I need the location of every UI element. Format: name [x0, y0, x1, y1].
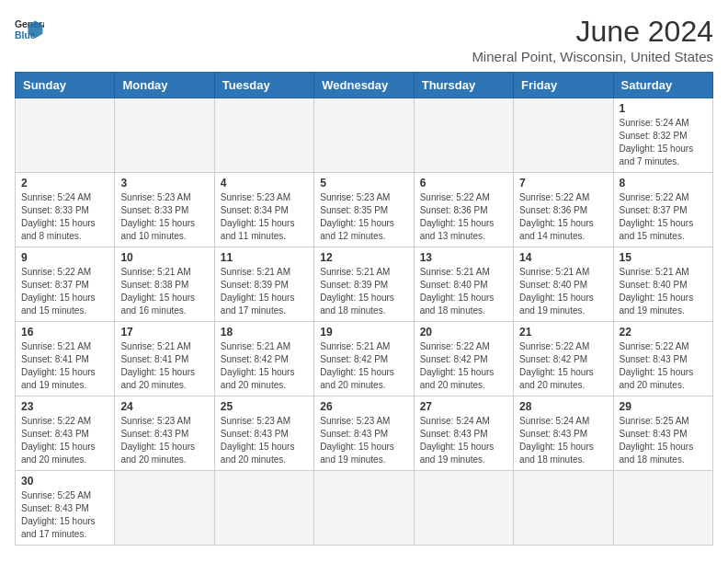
day-number: 8 [620, 177, 707, 190]
calendar-cell-4-5: 28Sunrise: 5:24 AM Sunset: 8:43 PM Dayli… [514, 396, 613, 471]
day-info: Sunrise: 5:23 AM Sunset: 8:33 PM Dayligh… [120, 191, 208, 243]
day-info: Sunrise: 5:21 AM Sunset: 8:42 PM Dayligh… [320, 340, 407, 392]
day-number: 13 [420, 251, 507, 264]
day-info: Sunrise: 5:24 AM Sunset: 8:43 PM Dayligh… [519, 415, 607, 466]
day-number: 27 [420, 400, 507, 413]
calendar-cell-1-6: 8Sunrise: 5:22 AM Sunset: 8:37 PM Daylig… [613, 173, 712, 247]
calendar-cell-0-4 [414, 98, 513, 173]
day-info: Sunrise: 5:25 AM Sunset: 8:43 PM Dayligh… [21, 489, 108, 541]
day-number: 20 [420, 326, 507, 339]
day-number: 24 [120, 400, 208, 413]
calendar-cell-2-1: 10Sunrise: 5:21 AM Sunset: 8:38 PM Dayli… [115, 247, 214, 322]
day-info: Sunrise: 5:21 AM Sunset: 8:42 PM Dayligh… [221, 340, 308, 392]
day-number: 10 [120, 251, 208, 264]
calendar-cell-0-3 [314, 98, 414, 173]
day-info: Sunrise: 5:22 AM Sunset: 8:37 PM Dayligh… [21, 266, 108, 317]
day-number: 2 [21, 177, 108, 190]
header-sunday: Sunday [16, 73, 115, 98]
day-number: 29 [620, 400, 707, 413]
calendar-cell-1-5: 7Sunrise: 5:22 AM Sunset: 8:36 PM Daylig… [514, 173, 613, 247]
day-info: Sunrise: 5:22 AM Sunset: 8:43 PM Dayligh… [21, 415, 108, 466]
day-info: Sunrise: 5:22 AM Sunset: 8:42 PM Dayligh… [519, 340, 607, 392]
day-info: Sunrise: 5:22 AM Sunset: 8:36 PM Dayligh… [519, 191, 607, 243]
day-info: Sunrise: 5:23 AM Sunset: 8:35 PM Dayligh… [320, 191, 407, 243]
day-number: 3 [120, 177, 208, 190]
day-number: 9 [21, 251, 108, 264]
calendar-cell-3-3: 19Sunrise: 5:21 AM Sunset: 8:42 PM Dayli… [314, 322, 414, 396]
header-saturday: Saturday [613, 73, 712, 98]
day-info: Sunrise: 5:21 AM Sunset: 8:40 PM Dayligh… [420, 266, 507, 317]
day-info: Sunrise: 5:21 AM Sunset: 8:39 PM Dayligh… [320, 266, 407, 317]
calendar-cell-4-0: 23Sunrise: 5:22 AM Sunset: 8:43 PM Dayli… [16, 396, 115, 471]
calendar-cell-1-4: 6Sunrise: 5:22 AM Sunset: 8:36 PM Daylig… [414, 173, 513, 247]
location-subtitle: Mineral Point, Wisconsin, United States [472, 49, 713, 64]
day-number: 28 [519, 400, 607, 413]
calendar-cell-0-0 [16, 98, 115, 173]
day-info: Sunrise: 5:21 AM Sunset: 8:40 PM Dayligh… [620, 266, 707, 317]
calendar-cell-5-4 [414, 471, 513, 546]
day-info: Sunrise: 5:21 AM Sunset: 8:40 PM Dayligh… [519, 266, 607, 317]
calendar-cell-2-4: 13Sunrise: 5:21 AM Sunset: 8:40 PM Dayli… [414, 247, 513, 322]
header-friday: Friday [514, 73, 613, 98]
calendar-week-6: 30Sunrise: 5:25 AM Sunset: 8:43 PM Dayli… [16, 471, 713, 546]
calendar-cell-3-0: 16Sunrise: 5:21 AM Sunset: 8:41 PM Dayli… [16, 322, 115, 396]
month-year-title: June 2024 [472, 15, 713, 49]
day-info: Sunrise: 5:22 AM Sunset: 8:37 PM Dayligh… [620, 191, 707, 243]
calendar-cell-1-2: 4Sunrise: 5:23 AM Sunset: 8:34 PM Daylig… [214, 173, 313, 247]
calendar-cell-2-6: 15Sunrise: 5:21 AM Sunset: 8:40 PM Dayli… [613, 247, 712, 322]
calendar-cell-2-0: 9Sunrise: 5:22 AM Sunset: 8:37 PM Daylig… [16, 247, 115, 322]
day-number: 26 [320, 400, 407, 413]
calendar-cell-3-1: 17Sunrise: 5:21 AM Sunset: 8:41 PM Dayli… [115, 322, 214, 396]
calendar-week-4: 16Sunrise: 5:21 AM Sunset: 8:41 PM Dayli… [16, 322, 713, 396]
day-number: 17 [120, 326, 208, 339]
calendar-week-1: 1Sunrise: 5:24 AM Sunset: 8:32 PM Daylig… [16, 98, 713, 173]
calendar-cell-3-4: 20Sunrise: 5:22 AM Sunset: 8:42 PM Dayli… [414, 322, 513, 396]
day-info: Sunrise: 5:22 AM Sunset: 8:43 PM Dayligh… [620, 340, 707, 392]
day-info: Sunrise: 5:21 AM Sunset: 8:41 PM Dayligh… [120, 340, 208, 392]
calendar-week-3: 9Sunrise: 5:22 AM Sunset: 8:37 PM Daylig… [16, 247, 713, 322]
day-info: Sunrise: 5:24 AM Sunset: 8:32 PM Dayligh… [620, 117, 707, 168]
calendar-cell-0-5 [514, 98, 613, 173]
calendar-cell-5-2 [214, 471, 313, 546]
calendar-cell-1-1: 3Sunrise: 5:23 AM Sunset: 8:33 PM Daylig… [115, 173, 214, 247]
calendar-cell-5-6 [613, 471, 712, 546]
calendar-cell-5-3 [314, 471, 414, 546]
calendar-cell-3-2: 18Sunrise: 5:21 AM Sunset: 8:42 PM Dayli… [214, 322, 313, 396]
calendar-cell-2-2: 11Sunrise: 5:21 AM Sunset: 8:39 PM Dayli… [214, 247, 313, 322]
day-number: 1 [620, 102, 707, 115]
calendar-cell-0-6: 1Sunrise: 5:24 AM Sunset: 8:32 PM Daylig… [613, 98, 712, 173]
calendar-cell-5-1 [115, 471, 214, 546]
calendar-cell-5-0: 30Sunrise: 5:25 AM Sunset: 8:43 PM Dayli… [16, 471, 115, 546]
calendar-header-row: SundayMondayTuesdayWednesdayThursdayFrid… [16, 73, 713, 98]
calendar-cell-3-6: 22Sunrise: 5:22 AM Sunset: 8:43 PM Dayli… [613, 322, 712, 396]
calendar-cell-3-5: 21Sunrise: 5:22 AM Sunset: 8:42 PM Dayli… [514, 322, 613, 396]
day-number: 21 [519, 326, 607, 339]
day-number: 11 [221, 251, 308, 264]
calendar-cell-4-1: 24Sunrise: 5:23 AM Sunset: 8:43 PM Dayli… [115, 396, 214, 471]
day-number: 19 [320, 326, 407, 339]
header-monday: Monday [115, 73, 214, 98]
day-info: Sunrise: 5:21 AM Sunset: 8:41 PM Dayligh… [21, 340, 108, 392]
day-info: Sunrise: 5:21 AM Sunset: 8:39 PM Dayligh… [221, 266, 308, 317]
day-info: Sunrise: 5:23 AM Sunset: 8:34 PM Dayligh… [221, 191, 308, 243]
day-info: Sunrise: 5:23 AM Sunset: 8:43 PM Dayligh… [221, 415, 308, 466]
calendar-cell-4-3: 26Sunrise: 5:23 AM Sunset: 8:43 PM Dayli… [314, 396, 414, 471]
day-number: 4 [221, 177, 308, 190]
day-info: Sunrise: 5:24 AM Sunset: 8:43 PM Dayligh… [420, 415, 507, 466]
calendar-cell-1-0: 2Sunrise: 5:24 AM Sunset: 8:33 PM Daylig… [16, 173, 115, 247]
day-info: Sunrise: 5:23 AM Sunset: 8:43 PM Dayligh… [120, 415, 208, 466]
page-header: General Blue June 2024 Mineral Point, Wi… [15, 15, 713, 64]
day-number: 30 [21, 475, 108, 488]
day-info: Sunrise: 5:24 AM Sunset: 8:33 PM Dayligh… [21, 191, 108, 243]
day-info: Sunrise: 5:25 AM Sunset: 8:43 PM Dayligh… [620, 415, 707, 466]
day-number: 16 [21, 326, 108, 339]
title-area: June 2024 Mineral Point, Wisconsin, Unit… [472, 15, 713, 64]
generalblue-logo-icon: General Blue [15, 15, 44, 44]
logo: General Blue [15, 15, 44, 44]
calendar-cell-2-3: 12Sunrise: 5:21 AM Sunset: 8:39 PM Dayli… [314, 247, 414, 322]
day-info: Sunrise: 5:22 AM Sunset: 8:36 PM Dayligh… [420, 191, 507, 243]
calendar-cell-4-2: 25Sunrise: 5:23 AM Sunset: 8:43 PM Dayli… [214, 396, 313, 471]
day-number: 18 [221, 326, 308, 339]
day-info: Sunrise: 5:22 AM Sunset: 8:42 PM Dayligh… [420, 340, 507, 392]
calendar-cell-1-3: 5Sunrise: 5:23 AM Sunset: 8:35 PM Daylig… [314, 173, 414, 247]
